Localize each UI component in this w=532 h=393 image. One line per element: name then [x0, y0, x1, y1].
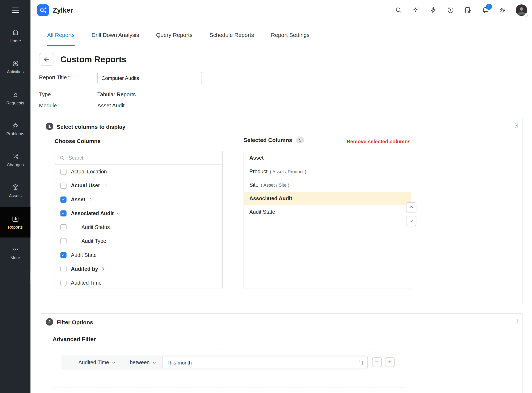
back-button[interactable] [39, 53, 54, 66]
home-icon [11, 29, 19, 36]
column-option[interactable]: Audit Type [55, 234, 222, 248]
checkbox[interactable] [60, 182, 66, 189]
choose-columns-list: Actual Location Actual User Asset Associ… [55, 151, 223, 289]
gear-icon[interactable] [498, 6, 507, 14]
chevron-up-icon [410, 206, 413, 210]
collapse-section-icon[interactable]: [-] [515, 123, 517, 128]
column-option[interactable]: Audit Status [55, 220, 222, 234]
filter-operator-select[interactable]: between [130, 359, 155, 366]
checkbox[interactable] [60, 169, 66, 175]
changes-icon [11, 152, 19, 160]
filter-field-select[interactable]: Audited Time [78, 359, 115, 366]
reports-tabs: All Reports Drill Down Analysis Query Re… [30, 20, 532, 46]
checkbox[interactable] [60, 224, 66, 230]
module-label: Module [39, 103, 57, 109]
selected-columns-title: Selected Columns [244, 137, 292, 143]
column-option[interactable]: Associated Audit [55, 206, 222, 220]
checkbox[interactable] [60, 266, 66, 272]
checkbox[interactable] [60, 252, 66, 258]
chevron-down-icon [410, 219, 413, 222]
tab-query-reports[interactable]: Query Reports [156, 25, 192, 46]
collapse-section-icon[interactable]: [-] [515, 318, 517, 323]
selected-column-row[interactable]: Audit State [244, 205, 411, 219]
search-icon[interactable] [395, 6, 403, 14]
brand[interactable]: Zylker [30, 5, 73, 16]
type-label: Type [39, 91, 51, 98]
checkbox[interactable] [60, 210, 66, 216]
chevron-right-icon[interactable] [88, 198, 91, 201]
search-icon [59, 155, 65, 161]
tab-report-settings[interactable]: Report Settings [271, 25, 309, 46]
chevron-down-icon [153, 360, 156, 364]
add-criteria-button[interactable]: + [385, 357, 395, 367]
sidebar-item-label: Assets [9, 193, 22, 198]
sparkle-add-icon[interactable] [412, 6, 420, 14]
required-asterisk: * [68, 74, 70, 80]
move-column-down-button[interactable] [406, 216, 416, 226]
column-search-input[interactable] [55, 151, 222, 164]
sidebar-item-label: Requests [6, 101, 24, 105]
survey-icon[interactable] [464, 6, 472, 14]
move-column-up-button[interactable] [406, 202, 416, 212]
app-logo-icon [37, 5, 49, 16]
sidebar-item-label: Problems [6, 132, 24, 136]
hamburger-menu-icon[interactable] [0, 3, 30, 17]
report-title-input[interactable] [97, 72, 202, 84]
chevron-down-icon[interactable] [116, 211, 120, 215]
selected-column-row[interactable]: Asset [244, 151, 411, 165]
sidebar-item-label: Reports [8, 225, 23, 230]
chevron-down-icon [112, 360, 115, 364]
column-option[interactable]: Actual Location [55, 165, 222, 178]
column-option[interactable]: Audited Time [55, 276, 222, 289]
remove-criteria-button[interactable]: − [372, 357, 382, 367]
selected-column-row[interactable]: Site ( Asset / Site ) [244, 178, 411, 192]
sidebar-item-activities[interactable]: Activities [0, 59, 30, 80]
column-search [55, 151, 222, 165]
selected-column-row-active[interactable]: Associated Audit [244, 192, 411, 205]
requests-icon [11, 90, 19, 98]
section-title: Filter Options [57, 319, 93, 326]
column-option[interactable]: Actual User [55, 178, 222, 192]
selected-columns-list: Asset Product ( Asset / Product ) Site (… [244, 151, 411, 289]
main-content: Custom Reports Report Title* Type Tabula… [30, 46, 532, 393]
assets-icon [11, 183, 19, 191]
selected-count-badge: 5 [296, 137, 304, 143]
sidebar-item-reports[interactable]: Reports [0, 207, 30, 237]
checkbox[interactable] [60, 196, 66, 202]
section-title: Select columns to display [57, 124, 125, 130]
reports-icon [11, 215, 19, 222]
sidebar-item-home[interactable]: Home [0, 29, 30, 49]
tab-drill-down-analysis[interactable]: Drill Down Analysis [91, 25, 139, 46]
calendar-icon[interactable] [357, 359, 363, 366]
sidebar-item-requests[interactable]: Requests [0, 90, 30, 111]
sidebar-item-problems[interactable]: Problems [0, 121, 30, 142]
column-option[interactable]: Audit State [55, 248, 222, 262]
tab-all-reports[interactable]: All Reports [47, 25, 75, 46]
back-arrow-icon [43, 56, 50, 63]
selected-columns-header: Selected Columns 5 [244, 137, 304, 143]
module-value: Asset Audit [97, 103, 125, 109]
column-option[interactable]: Asset [55, 192, 222, 206]
notifications-bell-icon[interactable]: 1 [481, 6, 489, 14]
lightning-icon[interactable] [429, 6, 437, 14]
checkbox[interactable] [60, 280, 66, 286]
page-title: Custom Reports [60, 54, 126, 64]
sidebar-item-assets[interactable]: Assets [0, 183, 30, 204]
presence-dot [524, 13, 528, 17]
app-window: Home Activities Requests Problems Change… [0, 0, 532, 393]
sidebar-item-changes[interactable]: Changes [0, 152, 30, 173]
history-icon[interactable] [447, 6, 455, 14]
checkbox[interactable] [60, 238, 66, 244]
column-option[interactable]: Audited by [55, 262, 222, 276]
app-name: Zylker [53, 6, 73, 14]
remove-selected-columns-link[interactable]: Remove selected columns [347, 139, 411, 144]
topbar-icons: 1 [395, 5, 532, 16]
tab-schedule-reports[interactable]: Schedule Reports [210, 25, 254, 46]
selected-column-row[interactable]: Product ( Asset / Product ) [244, 165, 411, 178]
sidebar-item-more[interactable]: More [0, 245, 30, 266]
type-value: Tabular Reports [97, 91, 136, 98]
chevron-right-icon[interactable] [103, 184, 106, 187]
chevron-right-icon[interactable] [101, 267, 104, 270]
filter-value-input[interactable]: This month [162, 357, 368, 368]
user-avatar[interactable] [516, 5, 527, 16]
